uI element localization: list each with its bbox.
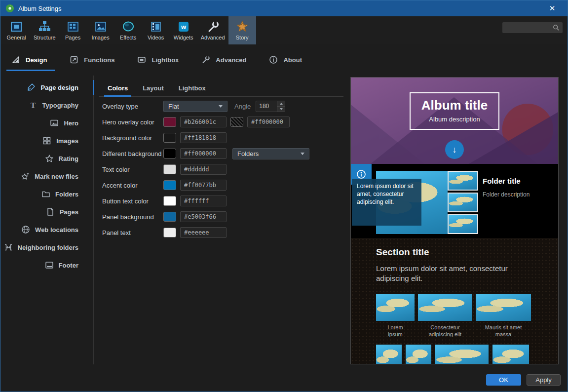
thumbnail-caption: Consectetur adipiscing elit xyxy=(422,324,468,338)
album-settings-window: Album Settings ✕ General Structure xyxy=(0,0,568,392)
toolbar-label: Videos xyxy=(148,35,164,40)
different-background-select[interactable]: Folders xyxy=(232,148,309,159)
background-color-hex-input[interactable] xyxy=(180,132,227,143)
sidebar-item-folders[interactable]: Folders xyxy=(0,185,93,203)
globe-icon xyxy=(21,225,30,234)
thumbnail-row-2 xyxy=(376,345,550,364)
toolbar-label: Pages xyxy=(65,35,80,40)
sidebar-item-images[interactable]: Images xyxy=(0,132,93,150)
toolbar-label: Widgets xyxy=(174,35,193,40)
toolbar-item-general[interactable]: General xyxy=(2,16,30,44)
different-background-hex-input[interactable] xyxy=(180,148,227,159)
sidebar-item-pages[interactable]: Pages xyxy=(0,203,93,221)
panel-text-label: Panel text xyxy=(102,229,163,236)
overlay-type-select[interactable]: Flat xyxy=(163,101,227,112)
spin-up-button[interactable] xyxy=(277,101,285,106)
preview-section-title: Section title xyxy=(376,247,550,258)
image-grid-icon xyxy=(42,136,51,145)
tab-lightbox[interactable]: Lightbox xyxy=(131,50,188,69)
toolbar-item-pages[interactable]: Pages xyxy=(59,16,87,44)
thumbnail-image xyxy=(435,345,489,364)
hero-overlay-swatch[interactable] xyxy=(163,117,176,127)
folder-stack-image xyxy=(448,193,478,212)
star-outline-icon xyxy=(45,154,54,163)
sidebar-label: Hero xyxy=(64,119,78,127)
different-background-swatch[interactable] xyxy=(163,149,176,158)
lightbox-frame-icon xyxy=(137,55,146,64)
ok-button[interactable]: OK xyxy=(486,374,521,386)
panel-background-swatch[interactable] xyxy=(163,212,176,222)
search-icon xyxy=(553,24,560,31)
sidebar-item-neighboring-folders[interactable]: Neighboring folders xyxy=(0,238,93,256)
accent-color-hex-input[interactable] xyxy=(180,180,227,191)
form-row-hero-overlay-color: Hero overlay color xyxy=(99,114,346,130)
sidebar-item-footer[interactable]: Footer xyxy=(0,256,93,274)
tab-design[interactable]: Design xyxy=(5,50,56,69)
panel-background-hex-input[interactable] xyxy=(180,211,227,222)
toolbar-item-effects[interactable]: Effects xyxy=(114,16,142,44)
window-title: Album Settings xyxy=(18,5,61,12)
subtab-colors[interactable]: Colors xyxy=(100,81,135,96)
colors-form: Overlay type Flat Angle Hero overlay col… xyxy=(99,98,346,240)
sidebar-item-rating[interactable]: Rating xyxy=(0,150,93,167)
section-tabs: Design Functions Lightbox Advanced xyxy=(0,44,568,75)
preview-album-description: Album description xyxy=(421,116,488,123)
tab-about[interactable]: About xyxy=(263,50,311,69)
panel-text-hex-input[interactable] xyxy=(180,227,227,238)
toolbar-item-advanced[interactable]: Advanced xyxy=(197,16,228,44)
tab-advanced[interactable]: Advanced xyxy=(195,50,255,69)
preview-section: Section title Lorem ipsum dolor sit amet… xyxy=(351,238,558,364)
thumbnail-caption: Mauris sit amet massa xyxy=(481,324,526,338)
sidebar-label: Folders xyxy=(55,191,78,198)
sidebar-item-web-locations[interactable]: Web locations xyxy=(0,221,93,238)
hero-overlay-hex-input-2[interactable] xyxy=(247,117,290,127)
text-color-hex-input[interactable] xyxy=(180,164,227,175)
panel-text-swatch[interactable] xyxy=(163,228,176,237)
toolbar-item-widgets[interactable]: w Widgets xyxy=(170,16,197,44)
accent-color-swatch[interactable] xyxy=(163,180,176,190)
search-input[interactable] xyxy=(505,24,553,31)
sidebar-label: Rating xyxy=(59,155,78,162)
form-row-overlay-type: Overlay type Flat Angle xyxy=(99,98,346,114)
different-background-select-value: Folders xyxy=(237,150,259,157)
hero-image-icon xyxy=(50,118,59,127)
text-color-swatch[interactable] xyxy=(163,164,176,174)
button-text-color-swatch[interactable] xyxy=(163,196,176,206)
apply-button[interactable]: Apply xyxy=(527,374,561,386)
subtab-layout[interactable]: Layout xyxy=(135,81,171,96)
sidebar-item-mark-new-files[interactable]: Mark new files xyxy=(0,167,93,185)
angle-input[interactable] xyxy=(256,101,277,112)
search-box xyxy=(502,22,563,33)
page-design-subtabs: Colors Layout Lightbox xyxy=(99,81,343,97)
preview-folder-description: Folder description xyxy=(483,191,530,198)
background-color-swatch[interactable] xyxy=(163,133,176,143)
thumbnail-image xyxy=(376,345,402,364)
toolbar-item-story[interactable]: Story xyxy=(228,16,256,44)
sidebar-item-typography[interactable]: T Typography xyxy=(0,96,93,114)
sidebar-label: Mark new files xyxy=(35,173,78,180)
footer-box-icon xyxy=(45,261,54,270)
sidebar-item-hero[interactable]: Hero xyxy=(0,114,93,132)
preview-folder-strip: Lorem ipsum dolor sit amet, consectetur … xyxy=(351,164,558,238)
different-background-label: Different background xyxy=(102,150,163,157)
hero-overlay-label: Hero overlay color xyxy=(102,118,163,126)
hero-overlay-hex-input[interactable] xyxy=(180,117,227,127)
hero-overlay-swatch-2[interactable] xyxy=(230,117,243,127)
toolbar-item-videos[interactable]: Videos xyxy=(142,16,170,44)
toolbar-label: Advanced xyxy=(201,35,225,40)
subtab-lightbox[interactable]: Lightbox xyxy=(171,81,213,96)
svg-text:w: w xyxy=(181,23,187,31)
close-button[interactable]: ✕ xyxy=(542,0,563,16)
button-text-color-hex-input[interactable] xyxy=(180,196,227,206)
spin-down-button[interactable] xyxy=(277,106,285,112)
tab-label: Design xyxy=(26,56,47,64)
toolbar-label: General xyxy=(6,35,26,40)
tab-functions[interactable]: Functions xyxy=(64,50,123,69)
chevron-down-icon xyxy=(301,153,304,157)
toolbar-item-structure[interactable]: Structure xyxy=(30,16,59,44)
thumbnail-image xyxy=(492,345,529,364)
toolbar-item-images[interactable]: Images xyxy=(87,16,114,44)
thumbnail-image xyxy=(476,294,531,321)
sidebar-item-page-design[interactable]: Page design xyxy=(0,78,93,96)
panel-background-label: Panel background xyxy=(102,213,163,221)
